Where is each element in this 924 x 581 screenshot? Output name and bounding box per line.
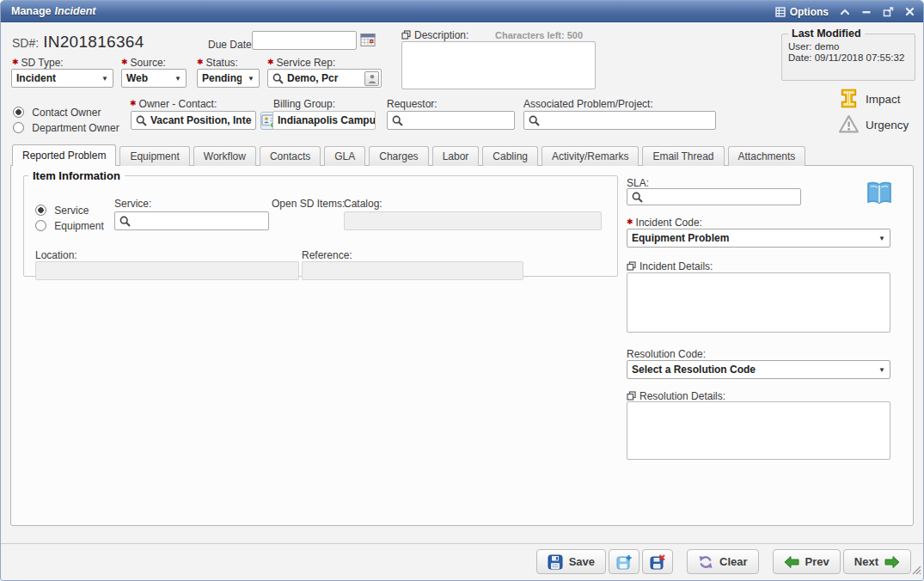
tab-workflow[interactable]: Workflow (193, 146, 256, 166)
next-arrow-icon (884, 555, 900, 569)
sd-type-label: ✱SD Type: (12, 57, 64, 69)
save-plus-icon (616, 554, 632, 570)
window-title: ManageIncident (11, 5, 95, 17)
equipment-type-radio[interactable]: Equipment (35, 220, 104, 232)
tab-email-thread[interactable]: Email Thread (642, 146, 724, 166)
minimize-icon[interactable] (861, 8, 872, 16)
reported-problem-panel: Item Information Service Equipment Servi… (10, 165, 914, 526)
tab-reported-problem[interactable]: Reported Problem (12, 144, 116, 166)
options-grid-icon (775, 7, 786, 17)
description-textarea[interactable] (401, 41, 596, 89)
tab-gla[interactable]: GLA (324, 146, 365, 166)
catalog-input (344, 211, 602, 230)
resize-grip[interactable] (911, 563, 921, 578)
billing-group-label: Billing Group: (273, 98, 335, 110)
sd-number-group: SD#: IN201816364 (12, 33, 144, 52)
save-x-icon (650, 554, 665, 570)
popout-edit-icon[interactable] (627, 261, 636, 273)
save-and-new-button[interactable] (609, 549, 639, 574)
tab-cabling[interactable]: Cabling (482, 146, 538, 166)
popout-icon[interactable] (883, 7, 894, 17)
close-icon[interactable] (905, 7, 915, 16)
service-search-field[interactable] (114, 211, 269, 230)
prev-button[interactable]: Prev (773, 549, 841, 574)
tab-labor[interactable]: Labor (432, 146, 480, 166)
department-owner-radio[interactable]: Department Owner (13, 122, 119, 134)
next-button[interactable]: Next (843, 549, 911, 574)
footer-divider (1, 543, 923, 544)
service-rep-combo[interactable]: Demo, Pcr (267, 69, 382, 88)
collapse-icon[interactable] (840, 8, 850, 16)
sd-number: IN201816364 (43, 33, 144, 52)
reference-label: Reference: (302, 249, 352, 261)
tab-attachments[interactable]: Attachments (728, 146, 806, 166)
resolution-details-textarea[interactable] (627, 401, 890, 460)
source-label: ✱Source: (121, 57, 166, 69)
required-icon: ✱ (121, 58, 128, 66)
requestor-label: Requestor: (387, 98, 438, 110)
clear-button[interactable]: Clear (687, 549, 759, 574)
knowledge-book-icon[interactable] (864, 180, 895, 211)
last-modified-box: Last Modified User: demo Date: 09/11/201… (781, 28, 915, 81)
location-label: Location: (35, 249, 77, 261)
tab-contacts[interactable]: Contacts (260, 146, 321, 166)
options-button[interactable]: Options (775, 6, 829, 18)
impact-icon[interactable] (838, 88, 860, 113)
service-rep-value: Demo, Pcr (287, 72, 362, 84)
status-label: ✱Status: (197, 57, 238, 69)
required-icon: ✱ (627, 217, 633, 226)
sd-label: SD#: (12, 36, 39, 50)
save-icon (548, 554, 563, 570)
manage-incident-window: ManageIncident Options SD#: (0, 0, 924, 581)
status-select[interactable]: Pending ▼ (197, 69, 260, 88)
urgency-label: Urgency (866, 119, 909, 131)
tab-charges[interactable]: Charges (369, 146, 428, 166)
footer-button-bar: Save Clear Prev Next (536, 549, 911, 574)
source-select[interactable]: Web ▼ (121, 69, 187, 88)
popout-edit-icon[interactable] (401, 30, 411, 42)
search-icon (136, 115, 147, 126)
service-label: Service: (114, 198, 151, 210)
location-input (35, 261, 299, 280)
associated-field[interactable] (523, 111, 716, 130)
owner-contact-label: ✱Owner - Contact: (130, 98, 217, 110)
incident-details-label: Incident Details: (627, 260, 713, 273)
sla-input (627, 189, 800, 205)
open-sd-items-label: Open SD Items: (272, 198, 345, 210)
chars-left-counter: Characters left: 500 (495, 30, 583, 40)
tab-strip: Reported Problem Equipment Workflow Cont… (12, 145, 809, 166)
required-icon: ✱ (130, 99, 137, 107)
item-information-legend: Item Information (28, 169, 125, 182)
service-type-radio[interactable]: Service (35, 205, 89, 217)
tab-equipment[interactable]: Equipment (119, 146, 189, 166)
save-and-close-button[interactable] (642, 549, 673, 574)
description-label: Description: (401, 29, 468, 42)
required-icon: ✱ (12, 58, 19, 66)
sd-type-select[interactable]: Incident ▼ (11, 69, 113, 88)
last-modified-date: Date: 09/11/2018 07:55:32 (788, 52, 909, 63)
service-rep-label: ✱Service Rep: (267, 57, 335, 69)
requestor-field[interactable] (387, 111, 515, 130)
billing-group-value: Indianapolis Campus (272, 111, 376, 130)
associated-label: Associated Problem/Project: (523, 98, 653, 110)
associated-input (524, 112, 715, 129)
urgency-icon[interactable] (838, 114, 860, 138)
reference-input (302, 261, 523, 280)
resolution-code-select[interactable]: Select a Resolution Code ▼ (627, 360, 890, 379)
save-button[interactable]: Save (536, 549, 606, 574)
clear-refresh-icon (698, 555, 713, 569)
incident-code-select[interactable]: Equipment Problem ▼ (627, 229, 890, 248)
person-picker-button[interactable] (364, 71, 379, 86)
owner-contact-combo[interactable]: Vacant Position, Internal A (131, 111, 256, 130)
due-date-input[interactable] (252, 31, 357, 50)
tab-activity-remarks[interactable]: Activity/Remarks (542, 146, 639, 166)
service-input (115, 212, 268, 229)
contact-owner-radio[interactable]: Contact Owner (13, 107, 101, 119)
calendar-icon[interactable] (360, 33, 376, 51)
sla-search-field[interactable] (627, 188, 801, 205)
last-modified-user: User: demo (788, 41, 909, 52)
resolution-code-label: Resolution Code: (627, 348, 706, 360)
search-icon (272, 73, 284, 84)
due-date-label: Due Date: (208, 39, 254, 51)
incident-details-textarea[interactable] (627, 272, 890, 333)
